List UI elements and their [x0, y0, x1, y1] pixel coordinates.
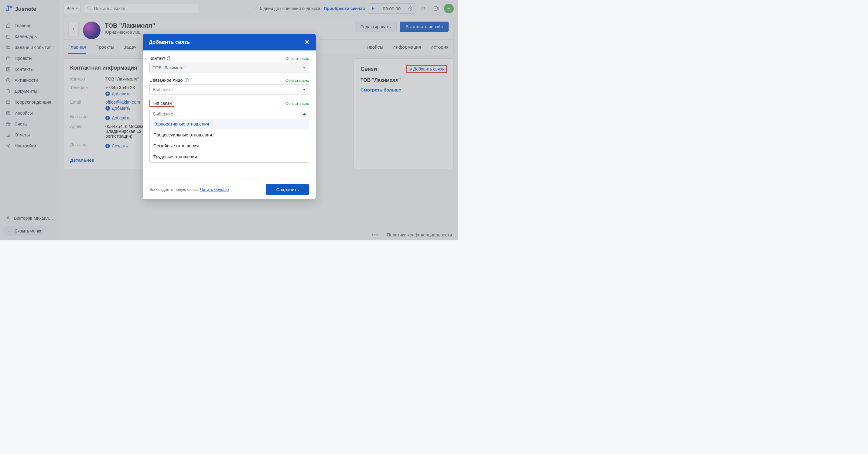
contact-select[interactable]: ТОВ "Лакимолл": [149, 63, 309, 73]
chevron-up-icon: [303, 113, 306, 115]
chevron-down-icon: [303, 89, 306, 91]
modal-hint: Вы создаете новую связь. Читать больше: [149, 187, 229, 192]
modal-title: Добавить связь: [149, 39, 190, 45]
option-labor[interactable]: Трудовые отношения: [150, 151, 309, 162]
close-icon[interactable]: ✕: [304, 38, 310, 46]
related-select[interactable]: Выберите: [149, 85, 309, 95]
option-family[interactable]: Семейные отношения: [150, 141, 309, 151]
type-select[interactable]: [149, 109, 309, 119]
type-dropdown: Корпоративные отношения Процессуальные о…: [149, 119, 309, 162]
option-procedural[interactable]: Процессуальные отношения: [150, 129, 309, 141]
related-label: Связанное лицо?: [149, 78, 189, 83]
type-label: Тип связи: [149, 100, 174, 107]
save-button[interactable]: Сохранить: [266, 184, 309, 195]
read-more-link[interactable]: Читать больше: [200, 187, 229, 192]
type-input[interactable]: [153, 112, 291, 116]
chevron-down-icon: [303, 67, 306, 69]
add-relation-modal: Добавить связь ✕ Контакт? Обязательно ТО…: [143, 34, 316, 199]
option-corporate[interactable]: Корпоративные отношения: [150, 119, 309, 129]
contact-label: Контакт?: [149, 56, 171, 61]
help-icon[interactable]: ?: [185, 78, 189, 82]
help-icon[interactable]: ?: [167, 56, 171, 60]
